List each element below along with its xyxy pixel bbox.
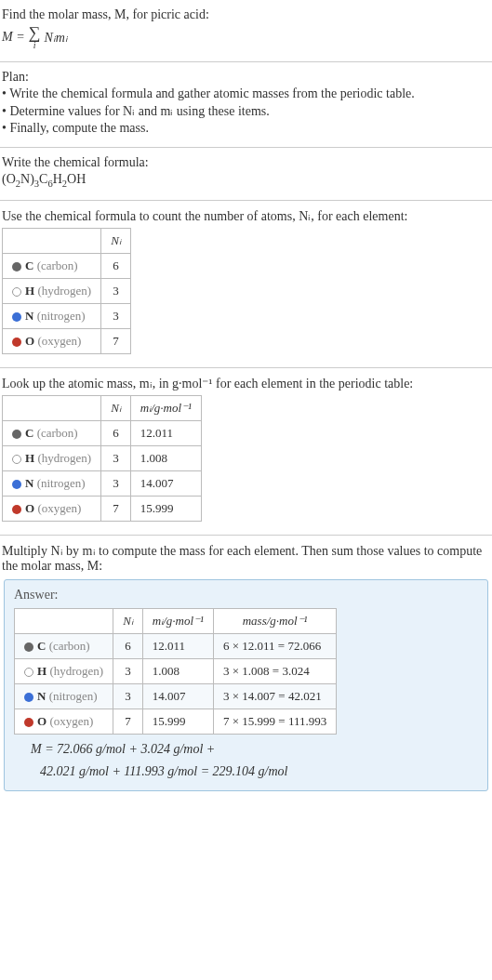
element-name: (nitrogen) [37,309,86,323]
element-dot-icon [12,480,21,489]
answer-box: Answer: Nᵢ mᵢ/g·mol⁻¹ mass/g·mol⁻¹ C (ca… [4,579,488,791]
atom-count-table: Nᵢ C (carbon) 6 H (hydrogen) 3 N (nitrog… [2,228,131,354]
element-symbol: N [37,689,46,703]
element-symbol: C [25,426,33,440]
table-header-row: Nᵢ mᵢ/g·mol⁻¹ mass/g·mol⁻¹ [15,608,337,633]
element-dot-icon [12,287,21,297]
plan-title: Plan: [2,70,490,85]
element-name: (oxygen) [49,714,93,728]
table-header-blank [3,395,101,420]
element-symbol: C [37,639,46,653]
table-row: O (oxygen) 7 15.999 7 × 15.999 = 111.993 [15,709,337,734]
element-dot-icon [24,642,33,652]
ni-cell: 3 [101,470,131,496]
element-cell: H (hydrogen) [3,278,101,303]
element-symbol: H [37,664,47,678]
atomic-mass-section: Look up the atomic mass, mᵢ, in g·mol⁻¹ … [0,368,492,536]
cf-part: N) [20,172,34,186]
mass-intro: Look up the atomic mass, mᵢ, in g·mol⁻¹ … [2,376,490,391]
element-dot-icon [12,430,21,439]
ni-cell: 3 [101,303,131,328]
ni-cell: 7 [113,709,143,734]
eq-body: Nᵢmᵢ [44,30,67,46]
table-row: C (carbon) 6 [3,253,131,278]
element-dot-icon [12,312,21,322]
element-symbol: H [25,284,34,298]
mi-cell: 12.011 [142,633,213,658]
atom-count-section: Use the chemical formula to count the nu… [0,201,492,368]
element-cell: N (nitrogen) [3,470,101,496]
element-name: (carbon) [49,639,90,653]
cf-part: H [53,172,62,186]
table-row: H (hydrogen) 3 1.008 3 × 1.008 = 3.024 [15,658,337,683]
element-dot-icon [24,693,33,702]
final-equation-line1: M = 72.066 g/mol + 3.024 g/mol + [31,742,478,757]
intro-line: Find the molar mass, M, for picric acid: [2,7,490,22]
chemical-formula: (O2N)3C6H2OH [2,172,490,189]
element-name: (carbon) [37,258,78,272]
intro-section: Find the molar mass, M, for picric acid:… [0,0,492,62]
ni-cell: 3 [101,445,131,470]
element-cell: O (oxygen) [3,496,101,521]
element-cell: C (carbon) [3,253,101,278]
element-dot-icon [24,718,33,727]
answer-table: Nᵢ mᵢ/g·mol⁻¹ mass/g·mol⁻¹ C (carbon) 6 … [14,608,337,735]
table-header-ni: Nᵢ [113,608,143,633]
sum-symbol: ∑ i [29,24,41,50]
ni-cell: 6 [101,253,131,278]
mi-cell: 15.999 [142,709,213,734]
element-cell: N (nitrogen) [3,303,101,328]
cf-part: (O [2,172,16,186]
element-cell: O (oxygen) [3,328,101,353]
element-dot-icon [12,455,21,464]
chem-label: Write the chemical formula: [2,155,490,170]
answer-section: Multiply Nᵢ by mᵢ to compute the mass fo… [0,536,492,802]
count-intro: Use the chemical formula to count the nu… [2,208,490,224]
eq-prefix: M = [2,30,25,45]
plan-bullet-3: • Finally, compute the mass. [2,121,490,136]
element-name: (carbon) [37,426,78,440]
element-symbol: O [25,334,34,348]
final-equation-line2: 42.021 g/mol + 111.993 g/mol = 229.104 g… [40,764,478,779]
mass-cell: 3 × 14.007 = 42.021 [213,683,336,709]
plan-bullet-1: • Write the chemical formula and gather … [2,86,490,101]
element-name: (hydrogen) [49,664,103,678]
element-dot-icon [12,505,21,514]
table-row: C (carbon) 6 12.011 6 × 12.011 = 72.066 [15,633,337,658]
mi-cell: 15.999 [130,496,201,521]
element-symbol: N [25,309,33,323]
element-dot-icon [24,668,33,677]
cf-part: OH [67,172,86,186]
plan-bullet-2: • Determine values for Nᵢ and mᵢ using t… [2,103,490,119]
ni-cell: 3 [113,658,143,683]
mi-cell: 14.007 [142,683,213,709]
element-name: (nitrogen) [37,476,86,490]
ni-cell: 6 [113,633,143,658]
element-name: (hydrogen) [37,451,91,465]
mass-cell: 7 × 15.999 = 111.993 [213,709,336,734]
table-header-blank [15,608,113,633]
table-header-ni: Nᵢ [101,228,131,253]
table-header-mass: mass/g·mol⁻¹ [213,608,336,633]
table-header-mi: mᵢ/g·mol⁻¹ [142,608,213,633]
element-dot-icon [12,338,21,347]
ni-cell: 6 [101,420,131,445]
chemical-formula-section: Write the chemical formula: (O2N)3C6H2OH [0,148,492,201]
ni-cell: 7 [101,328,131,353]
element-name: (oxygen) [37,501,81,515]
element-name: (hydrogen) [37,284,91,298]
mi-cell: 12.011 [130,420,201,445]
element-cell: O (oxygen) [15,709,113,734]
table-row: N (nitrogen) 3 14.007 3 × 14.007 = 42.02… [15,683,337,709]
mi-cell: 1.008 [142,658,213,683]
table-header-mi: mᵢ/g·mol⁻¹ [130,395,201,420]
element-cell: C (carbon) [3,420,101,445]
molar-mass-equation: M = ∑ i Nᵢmᵢ [2,24,490,50]
element-symbol: C [25,258,33,272]
element-name: (oxygen) [37,334,81,348]
mi-cell: 1.008 [130,445,201,470]
table-header-row: Nᵢ [3,228,131,253]
cf-part: C [39,172,47,186]
table-row: C (carbon) 6 12.011 [3,420,202,445]
mass-cell: 6 × 12.011 = 72.066 [213,633,336,658]
